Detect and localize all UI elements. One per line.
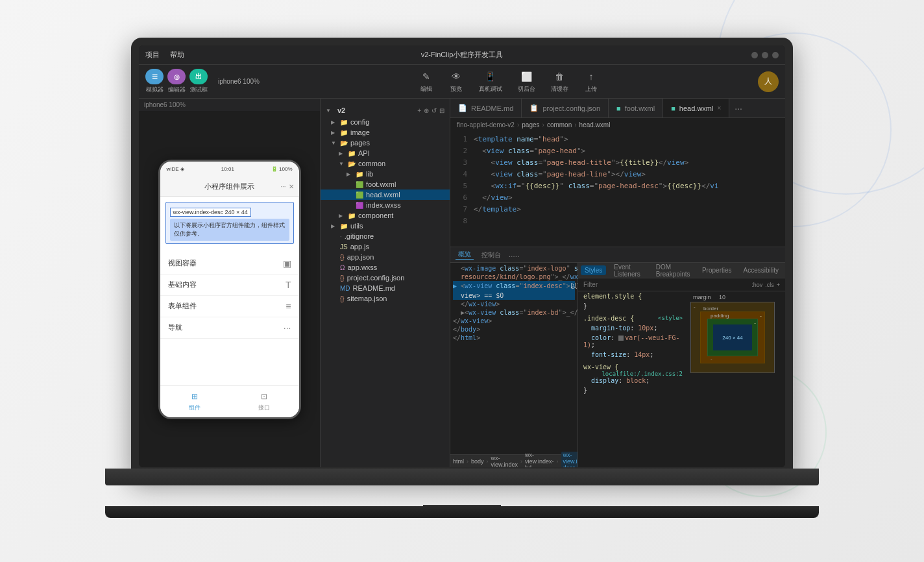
tree-utils[interactable]: ▶ 📁 utils bbox=[321, 221, 450, 231]
minimize-btn[interactable] bbox=[751, 52, 758, 58]
preview-label: 预览 bbox=[450, 85, 462, 93]
tree-app-js[interactable]: ▶ JS app.js bbox=[321, 241, 450, 252]
nav-icon: ··· bbox=[284, 323, 291, 333]
user-avatar[interactable]: 人 bbox=[758, 71, 779, 92]
phone-actions: ··· ✕ bbox=[280, 183, 293, 190]
app-js-name: app.js bbox=[350, 243, 369, 250]
component-name-basic: 基础内容 bbox=[168, 280, 197, 289]
component-form[interactable]: 表单组件 ≡ bbox=[160, 296, 299, 317]
tab-foot[interactable]: ■ foot.wxml bbox=[609, 99, 663, 118]
component-name-form: 表单组件 bbox=[168, 301, 197, 311]
nav-interface[interactable]: ⊡ 接口 bbox=[258, 391, 270, 412]
tree-head-wxml[interactable]: ▶ 🟩 head.wxml bbox=[321, 189, 450, 200]
tree-app-json[interactable]: ▶ {} app.json bbox=[321, 252, 450, 262]
edit-label: 编辑 bbox=[420, 85, 432, 93]
test-btn[interactable]: 出 测试框 bbox=[189, 69, 208, 94]
highlighted-element: wx-view.index-desc 240 × 44 以下将展示小程序官方组件… bbox=[165, 202, 294, 244]
project-config-name: project.config.json bbox=[347, 274, 405, 282]
app-title: v2-FinClip小程序开发工具 bbox=[421, 50, 504, 60]
css-prop-color: color: var(--weui-FG-1); bbox=[578, 333, 688, 350]
app-js-icon: JS bbox=[340, 243, 348, 250]
laptop-base bbox=[105, 469, 819, 485]
refresh-icon[interactable]: ↺ bbox=[432, 107, 437, 114]
component-name-view: 视图容器 bbox=[168, 258, 197, 268]
menu-project[interactable]: 项目 bbox=[145, 50, 160, 60]
component-view-container[interactable]: 视图容器 ▣ bbox=[160, 253, 299, 275]
title-bar-left: 项目 帮助 bbox=[145, 50, 184, 60]
code-content-5: <wx:if="{{desc}}" class="page-head-desc"… bbox=[474, 180, 785, 192]
edit-tool[interactable]: ✎ 编辑 bbox=[419, 69, 433, 93]
menu-help[interactable]: 帮助 bbox=[170, 50, 184, 60]
hov-btn[interactable]: :hov bbox=[751, 282, 762, 288]
css-brace-1: } bbox=[583, 302, 587, 310]
preview-tool[interactable]: 👁 预览 bbox=[449, 69, 463, 93]
tab-readme[interactable]: 📄 README.md bbox=[450, 99, 522, 118]
tree-lib[interactable]: ▶ 📁 lib bbox=[321, 169, 450, 179]
devtools-tab-overview[interactable]: 概览 bbox=[456, 250, 474, 260]
add-style-btn[interactable]: + bbox=[777, 282, 780, 288]
element-path-body: body bbox=[471, 458, 484, 465]
simulator-btn[interactable]: ☰ 模拟器 bbox=[145, 69, 164, 94]
tree-image[interactable]: ▶ 📁 image bbox=[321, 127, 450, 138]
component-nav[interactable]: 导航 ··· bbox=[160, 317, 299, 339]
tree-gitignore[interactable]: ▶ · .gitignore bbox=[321, 231, 450, 241]
tab-project-config[interactable]: 📋 project.config.json bbox=[522, 99, 609, 118]
cls-btn[interactable]: .cls bbox=[765, 282, 774, 288]
tree-foot-wxml[interactable]: ▶ 🟩 foot.wxml bbox=[321, 179, 450, 189]
css-rules: element.style { } .index-desc { bbox=[578, 291, 688, 467]
head-tab-label: head.wxml bbox=[679, 104, 714, 112]
devtools-tab-console[interactable]: 控制台 bbox=[479, 250, 504, 260]
code-line-4: 4 <view class="page-head-line"></view> bbox=[450, 169, 785, 180]
tree-api[interactable]: ▶ 📁 API bbox=[321, 148, 450, 158]
properties-tab[interactable]: Properties bbox=[698, 265, 736, 275]
tab-more[interactable]: ··· bbox=[729, 103, 748, 114]
close-btn[interactable] bbox=[772, 52, 779, 58]
nav-component[interactable]: ⊞ 组件 bbox=[189, 391, 201, 412]
clear-cache-tool[interactable]: 🗑 清缓存 bbox=[551, 69, 568, 93]
upload-tool[interactable]: ↑ 上传 bbox=[584, 69, 598, 93]
tree-index-wxss[interactable]: ▶ 🟪 index.wxss bbox=[321, 200, 450, 210]
tab-head[interactable]: ■ head.wxml × bbox=[663, 99, 729, 118]
html-tree-line-wxview-end: </wx-view> bbox=[453, 317, 575, 325]
new-folder-icon[interactable]: ⊕ bbox=[424, 107, 429, 114]
tree-readme[interactable]: ▶ MD README.md bbox=[321, 283, 450, 293]
form-icon: ≡ bbox=[286, 301, 291, 312]
dom-breakpoints-tab[interactable]: DOM Breakpoints bbox=[652, 263, 694, 279]
background-tool[interactable]: ⬜ 切后台 bbox=[518, 69, 535, 93]
phone-status-right: 🔋 100% bbox=[271, 166, 293, 172]
component-nav-icon: ⊞ bbox=[189, 391, 201, 402]
event-listeners-tab[interactable]: Event Listeners bbox=[610, 263, 648, 279]
pages-folder-icon: 📂 bbox=[340, 140, 348, 147]
box-model-container: margin 10 - border - bbox=[688, 291, 785, 467]
device-size-label: iphone6 100% bbox=[139, 99, 320, 111]
tree-common[interactable]: ▼ 📂 common bbox=[321, 158, 450, 169]
component-list: 视图容器 ▣ 基础内容 T 表单组件 bbox=[160, 249, 299, 343]
phone-status-left: wIDE ◈ bbox=[167, 166, 184, 172]
element-path-html: html bbox=[453, 458, 464, 465]
phone-menu-icon[interactable]: ··· bbox=[280, 183, 286, 190]
element-style-selector: element.style { bbox=[583, 293, 642, 300]
tree-sitemap[interactable]: ▶ {} sitemap.json bbox=[321, 293, 450, 304]
tree-pages[interactable]: ▼ 📂 pages bbox=[321, 138, 450, 148]
component-name: component bbox=[358, 212, 393, 219]
readme-tab-label: README.md bbox=[471, 104, 513, 112]
editor-btn[interactable]: ◎ 编辑器 bbox=[167, 69, 186, 94]
bm-margin-text: - bbox=[694, 304, 696, 310]
styles-filter-input[interactable] bbox=[583, 281, 749, 288]
tree-config[interactable]: ▶ 📁 config bbox=[321, 117, 450, 127]
device-debug-tool[interactable]: 📱 真机调试 bbox=[479, 69, 502, 93]
tree-app-wxss[interactable]: ▶ Ω app.wxss bbox=[321, 262, 450, 273]
component-basic[interactable]: 基础内容 T bbox=[160, 275, 299, 296]
preview-icon: 👁 bbox=[449, 69, 463, 84]
collapse-icon[interactable]: ⊟ bbox=[439, 107, 444, 114]
phone-close-icon[interactable]: ✕ bbox=[289, 183, 294, 190]
maximize-btn[interactable] bbox=[762, 52, 768, 58]
accessibility-tab[interactable]: Accessibility bbox=[740, 265, 783, 275]
new-file-icon[interactable]: + bbox=[417, 107, 421, 114]
tree-project-config[interactable]: ▶ {} project.config.json bbox=[321, 273, 450, 283]
code-area[interactable]: 1 <template name="head"> 2 <view class="… bbox=[450, 131, 785, 247]
head-tab-close[interactable]: × bbox=[717, 104, 721, 112]
bm-border-val: - bbox=[760, 313, 762, 319]
styles-tab[interactable]: Styles bbox=[581, 265, 606, 275]
tree-component[interactable]: ▶ 📁 component bbox=[321, 210, 450, 221]
